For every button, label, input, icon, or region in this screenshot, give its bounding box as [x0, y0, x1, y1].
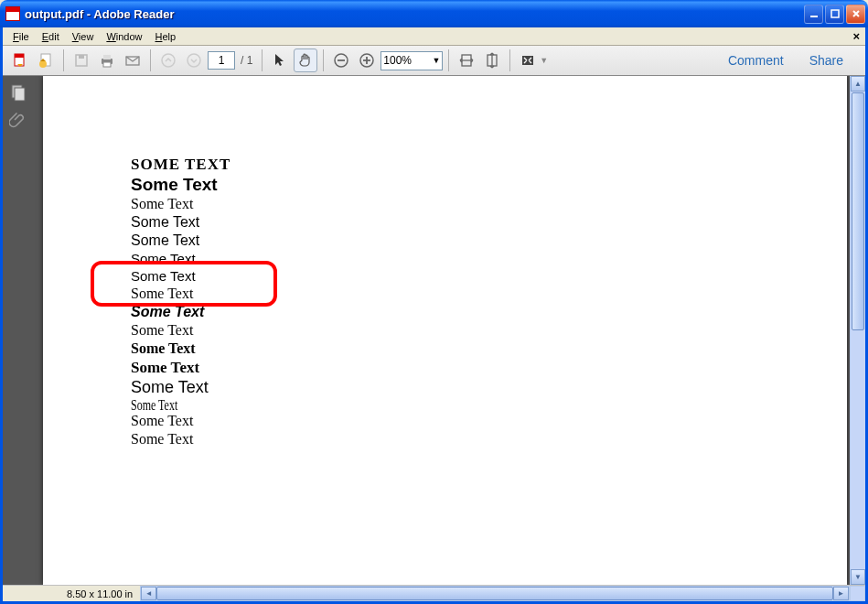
email-button[interactable] — [121, 49, 145, 72]
hand-tool-button[interactable] — [294, 49, 317, 72]
text-line: Some Text — [131, 197, 230, 211]
content-area: SOME TEXTSome TextSome TextSome TextSome… — [3, 76, 865, 585]
scroll-right-button[interactable]: ► — [833, 587, 849, 600]
zoom-select[interactable]: 100%▼ — [380, 51, 443, 70]
document-viewport[interactable]: SOME TEXTSome TextSome TextSome TextSome… — [34, 76, 865, 585]
svg-rect-25 — [15, 88, 25, 101]
document-close-icon[interactable]: × — [846, 27, 862, 45]
pdf-page: SOME TEXTSome TextSome TextSome TextSome… — [43, 76, 847, 585]
window-titlebar: output.pdf - Adobe Reader — [0, 0, 868, 27]
maximize-button[interactable] — [825, 5, 844, 24]
app-icon — [5, 6, 20, 21]
menu-edit[interactable]: Edit — [36, 29, 66, 44]
zoom-in-button[interactable] — [355, 49, 379, 72]
comment-button[interactable]: Comment — [721, 49, 791, 71]
dropdown-arrow-icon: ▼ — [432, 56, 440, 65]
side-panel — [3, 76, 34, 585]
svg-rect-1 — [831, 10, 839, 17]
horizontal-scrollbar[interactable]: ◄ ► — [140, 586, 850, 601]
attachments-tab-icon[interactable] — [9, 111, 27, 131]
text-line: Some Text — [131, 176, 230, 193]
svg-rect-23 — [522, 56, 533, 65]
zoom-value: 100% — [383, 54, 412, 67]
text-line: Some Text — [131, 432, 230, 447]
svg-point-12 — [162, 54, 175, 67]
text-line: Some Text — [131, 233, 230, 248]
text-line: Some Text — [131, 341, 230, 356]
scroll-down-button[interactable]: ▼ — [851, 569, 865, 585]
text-line: Some Text — [131, 305, 230, 319]
menu-help[interactable]: Help — [149, 29, 183, 44]
scroll-thumb[interactable] — [852, 92, 864, 330]
thumbnails-tab-icon[interactable] — [9, 83, 27, 103]
text-line: Some Text — [131, 215, 230, 230]
resize-grip[interactable] — [850, 586, 865, 601]
fit-page-button[interactable] — [480, 49, 504, 72]
scroll-left-button[interactable]: ◄ — [141, 587, 156, 600]
svg-rect-10 — [103, 62, 111, 67]
text-line: Some Text — [131, 360, 230, 375]
toolbar: / 1 100%▼ ▼ Comment Share — [3, 46, 865, 76]
page-up-button[interactable] — [156, 49, 180, 72]
selection-tool-button[interactable] — [268, 49, 292, 72]
read-mode-button[interactable] — [516, 49, 540, 72]
window-title: output.pdf - Adobe Reader — [25, 7, 802, 21]
svg-rect-0 — [810, 16, 818, 17]
save-button[interactable] — [70, 49, 93, 72]
hscroll-thumb[interactable] — [156, 587, 833, 600]
minimize-button[interactable] — [804, 5, 823, 24]
menu-view[interactable]: View — [66, 29, 101, 44]
print-button[interactable] — [95, 49, 119, 72]
status-bar: 8.50 x 11.00 in ◄ ► — [3, 585, 865, 601]
annotation-highlight-box — [91, 261, 277, 307]
scroll-up-button[interactable]: ▲ — [851, 76, 865, 92]
page-down-button[interactable] — [182, 49, 206, 72]
create-pdf-button[interactable] — [34, 49, 58, 72]
close-button[interactable] — [846, 5, 865, 24]
svg-rect-9 — [103, 55, 111, 59]
text-line: Some Text — [131, 414, 230, 428]
menu-file[interactable]: File — [6, 29, 36, 44]
text-line: SOME TEXT — [131, 156, 230, 172]
vertical-scrollbar[interactable]: ▲ ▼ — [850, 76, 865, 585]
menu-bar: File Edit View Window Help × — [3, 27, 865, 46]
svg-rect-7 — [79, 55, 84, 59]
fit-width-button[interactable] — [455, 49, 478, 72]
page-number-input[interactable] — [208, 51, 235, 70]
menu-window[interactable]: Window — [100, 29, 148, 44]
text-line: Some Text — [131, 397, 230, 413]
text-line: Some Text — [131, 323, 230, 338]
dropdown-arrow-icon[interactable]: ▼ — [540, 56, 548, 65]
svg-rect-3 — [15, 54, 24, 58]
text-line: Some Text — [131, 379, 230, 395]
export-pdf-button[interactable] — [8, 49, 32, 72]
page-dimensions-label: 8.50 x 11.00 in — [67, 588, 133, 599]
share-button[interactable]: Share — [802, 49, 851, 71]
svg-point-5 — [39, 60, 47, 68]
svg-point-13 — [188, 54, 200, 67]
zoom-out-button[interactable] — [329, 49, 353, 72]
page-total-label: / 1 — [241, 54, 252, 67]
